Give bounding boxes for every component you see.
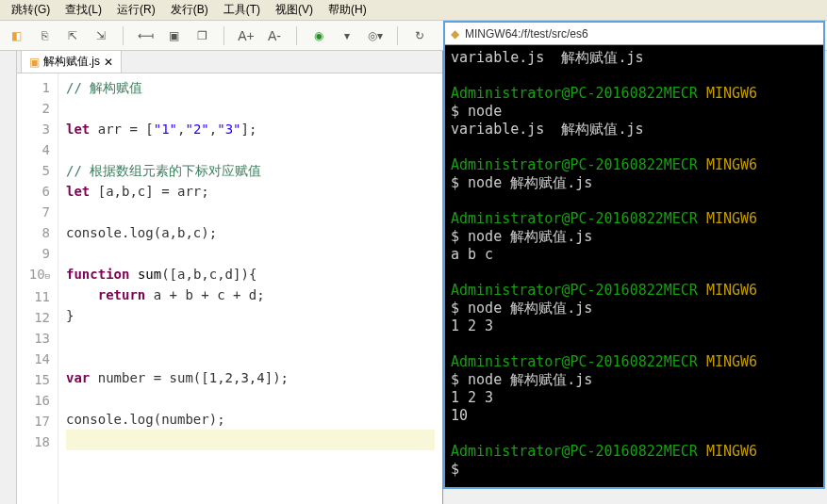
code-line[interactable] [66,388,435,409]
terminal-line: variable.js 解构赋值.js [451,121,818,138]
line-number: 4 [17,139,50,160]
code-line[interactable] [66,139,435,160]
save-icon[interactable]: ▣ [165,27,182,44]
code-line[interactable]: function sum([a,b,c,d]){ [66,264,435,285]
line-number: 5 [17,160,50,181]
line-number: 16 [17,390,50,411]
terminal-titlebar[interactable]: ◆ MINGW64:/f/test/src/es6 [445,23,823,45]
menu-goto[interactable]: 跳转(G) [4,0,58,20]
line-number: 1 [17,77,50,98]
terminal-line [451,425,818,443]
nav-back-icon[interactable]: ⟻ [137,27,154,44]
terminal-line: $ node 解构赋值.js [451,174,818,192]
left-sidebar-gutter [0,51,17,504]
code-line[interactable] [66,347,435,367]
line-number: 11 [17,286,50,307]
line-number: 7 [17,202,50,222]
line-number: 17 [17,411,50,431]
save-all-icon[interactable]: ❐ [193,27,210,44]
line-number: 15 [17,369,50,390]
code-line[interactable]: // 解构赋值 [66,77,435,98]
refresh-icon[interactable]: ↻ [411,27,428,44]
export-icon[interactable]: ⇱ [64,27,81,44]
menu-tools[interactable]: 工具(T) [216,0,268,20]
code-editor[interactable]: 12345678910⊟1112131415161718 // 解构赋值 let… [17,73,442,504]
terminal-line: 1 2 3 [451,317,818,335]
terminal-line: Administrator@PC-20160822MECR MINGW6 [451,85,818,103]
new-doc-icon[interactable]: ⎘ [36,27,53,44]
terminal-line [451,192,818,210]
import-icon[interactable]: ⇲ [92,27,109,44]
menu-help[interactable]: 帮助(H) [321,0,374,20]
code-line[interactable]: console.log(a,b,c); [66,222,435,243]
line-number: 9 [17,243,50,264]
terminal-line: Administrator@PC-20160822MECR MINGW6 [451,282,818,300]
menu-run[interactable]: 运行(R) [109,0,163,20]
code-line[interactable]: let [a,b,c] = arr; [66,181,435,202]
code-line[interactable] [66,430,435,450]
line-number-gutter: 12345678910⊟1112131415161718 [17,73,58,504]
code-line[interactable]: // 根据数组元素的下标对应赋值 [66,160,435,181]
tab-close-icon[interactable]: ✕ [104,56,113,69]
menu-find[interactable]: 查找(L) [58,0,109,20]
terminal-window[interactable]: ◆ MINGW64:/f/test/src/es6 variable.js 解构… [443,21,825,489]
terminal-line: $ node 解构赋值.js [451,371,818,389]
line-number: 3 [17,119,50,139]
terminal-line: $ node 解构赋值.js [451,228,818,246]
code-line[interactable] [66,202,435,222]
terminal-line: 10 [451,407,818,425]
code-line[interactable] [66,98,435,119]
separator [397,26,398,45]
menu-release[interactable]: 发行(B) [163,0,216,20]
font-decrease-icon[interactable]: A- [266,27,283,44]
terminal-icon: ◆ [451,27,459,41]
tab-bar: ▣ 解构赋值.js ✕ [17,51,442,73]
terminal-line: $ [451,461,818,479]
menu-bar: 跳转(G) 查找(L) 运行(R) 发行(B) 工具(T) 视图(V) 帮助(H… [0,0,827,21]
line-number: 18 [17,431,50,452]
code-line[interactable] [66,243,435,264]
code-line[interactable]: var number = sum([1,2,3,4]); [66,367,435,388]
tab-filename: 解构赋值.js [43,54,100,70]
line-number: 10⊟ [17,264,50,286]
terminal-line: $ node [451,103,818,121]
bookmark-icon[interactable]: ◧ [8,27,25,44]
line-number: 12 [17,307,50,328]
code-line[interactable]: return a + b + c + d; [66,285,435,305]
terminal-title-text: MINGW64:/f/test/src/es6 [465,27,588,41]
config-icon[interactable]: ◎▾ [367,27,384,44]
separator [223,26,224,45]
terminal-line: 1 2 3 [451,389,818,407]
line-number: 14 [17,349,50,369]
terminal-line [451,138,818,156]
terminal-line [451,67,818,85]
code-line[interactable] [66,326,435,347]
terminal-line: Administrator@PC-20160822MECR MINGW6 [451,210,818,228]
run-icon[interactable]: ◉ [310,27,327,44]
terminal-line: Administrator@PC-20160822MECR MINGW6 [451,353,818,371]
terminal-line: $ node 解构赋值.js [451,300,818,317]
editor-pane: ▣ 解构赋值.js ✕ 12345678910⊟1112131415161718… [17,51,443,504]
line-number: 6 [17,181,50,202]
terminal-line: Administrator@PC-20160822MECR MINGW6 [451,443,818,461]
terminal-line: Administrator@PC-20160822MECR MINGW6 [451,156,818,174]
run-dropdown-icon[interactable]: ▾ [339,27,356,44]
font-increase-icon[interactable]: A+ [238,27,255,44]
separator [296,26,297,45]
file-tab[interactable]: ▣ 解构赋值.js ✕ [21,50,122,73]
code-line[interactable]: console.log(number); [66,409,435,430]
code-content[interactable]: // 解构赋值 let arr = ["1","2","3"]; // 根据数组… [58,73,442,504]
line-number: 8 [17,222,50,243]
line-number: 2 [17,98,50,119]
code-line[interactable]: } [66,305,435,326]
code-line[interactable]: let arr = ["1","2","3"]; [66,119,435,139]
terminal-line [451,264,818,282]
terminal-line: variable.js 解构赋值.js [451,49,818,67]
line-number: 13 [17,328,50,349]
menu-view[interactable]: 视图(V) [268,0,321,20]
terminal-line [451,335,818,353]
terminal-line: a b c [451,246,818,264]
separator [123,26,124,45]
terminal-body[interactable]: variable.js 解构赋值.js Administrator@PC-201… [445,45,823,487]
js-file-icon: ▣ [29,56,40,69]
